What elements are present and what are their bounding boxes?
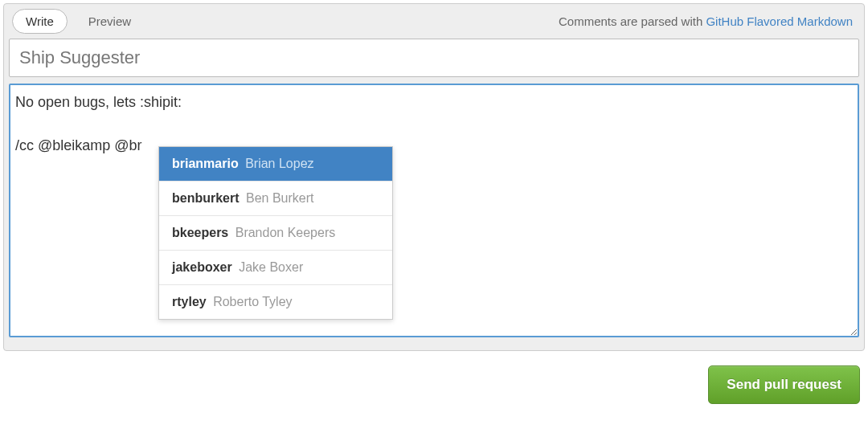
autocomplete-item[interactable]: benburkert Ben Burkert <box>159 182 392 216</box>
title-input[interactable] <box>9 39 859 77</box>
autocomplete-username: benburkert <box>172 191 240 205</box>
autocomplete-username: bkeepers <box>172 226 228 239</box>
autocomplete-username: rtyley <box>172 295 207 308</box>
autocomplete-fullname: Brian Lopez <box>242 157 314 170</box>
autocomplete-username: jakeboxer <box>172 260 232 274</box>
body-wrapper: No open bugs, lets :shipit: /cc @bleikam… <box>9 84 859 341</box>
markdown-link[interactable]: GitHub Flavored Markdown <box>706 14 853 28</box>
autocomplete-fullname: Brandon Keepers <box>231 226 335 239</box>
autocomplete-username: brianmario <box>172 157 239 170</box>
tab-preview[interactable]: Preview <box>76 10 144 33</box>
form-footer: Send pull request <box>3 351 865 410</box>
tabs-bar: Write Preview Comments are parsed with G… <box>4 4 864 37</box>
autocomplete-item[interactable]: jakeboxer Jake Boxer <box>159 251 392 285</box>
body-textarea[interactable]: No open bugs, lets :shipit: /cc @bleikam… <box>9 84 859 337</box>
autocomplete-fullname: Ben Burkert <box>243 191 314 205</box>
comment-form: Write Preview Comments are parsed with G… <box>3 3 865 351</box>
autocomplete-item[interactable]: rtyley Roberto Tyley <box>159 285 392 319</box>
autocomplete-fullname: Roberto Tyley <box>210 295 293 308</box>
autocomplete-fullname: Jake Boxer <box>235 260 303 274</box>
autocomplete-item[interactable]: brianmario Brian Lopez <box>159 147 392 182</box>
mention-autocomplete: brianmario Brian Lopezbenburkert Ben Bur… <box>158 146 393 320</box>
tab-write[interactable]: Write <box>12 9 68 34</box>
markdown-hint: Comments are parsed with GitHub Flavored… <box>559 14 856 28</box>
send-pull-request-button[interactable]: Send pull request <box>708 365 860 404</box>
hint-prefix: Comments are parsed with <box>559 14 706 28</box>
autocomplete-item[interactable]: bkeepers Brandon Keepers <box>159 216 392 251</box>
fields: No open bugs, lets :shipit: /cc @bleikam… <box>4 37 864 350</box>
